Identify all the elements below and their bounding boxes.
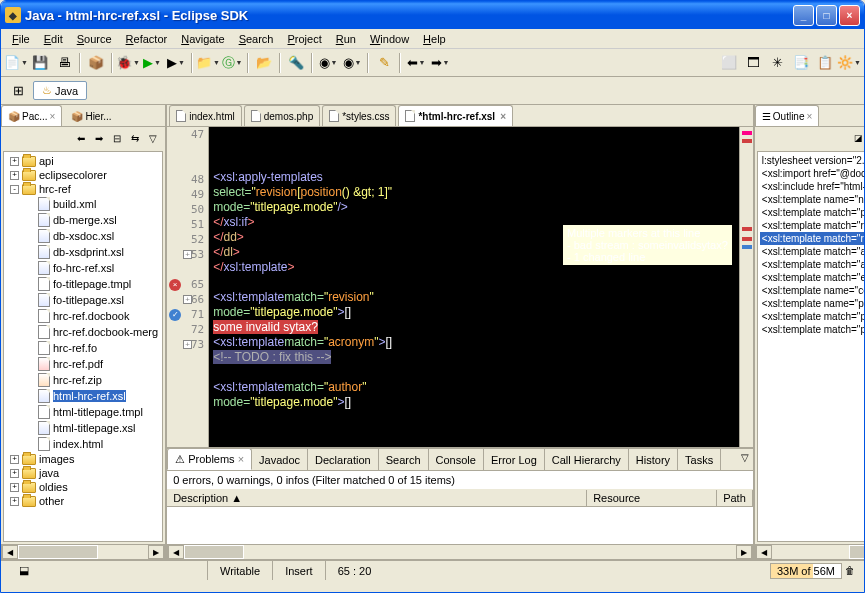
- folder-other[interactable]: +other: [6, 494, 160, 508]
- outline-tab[interactable]: ☰ Outline ×: [755, 105, 820, 126]
- editor-code[interactable]: Multiple markers at this line - bad stre…: [209, 127, 739, 447]
- task-marker-icon[interactable]: ✓: [169, 309, 181, 321]
- expander-icon[interactable]: +: [10, 497, 19, 506]
- code-line[interactable]: select="revision[position() &gt; 1]": [213, 184, 735, 199]
- gutter-line[interactable]: [167, 157, 208, 172]
- editor-area[interactable]: 474849505152+53×65+66✓7172+73 Multiple m…: [167, 127, 753, 447]
- gutter-line[interactable]: +73: [167, 337, 208, 352]
- annotate-prev-button[interactable]: ◉▼: [317, 52, 339, 74]
- column-description[interactable]: Description ▲: [167, 490, 587, 506]
- link-editor-icon[interactable]: ⇆: [127, 130, 143, 146]
- file-html-titlepage.tmpl[interactable]: html-titlepage.tmpl: [6, 404, 160, 420]
- fold-icon[interactable]: +: [183, 250, 192, 259]
- menu-refactor[interactable]: Refactor: [119, 31, 175, 47]
- new-package-button[interactable]: 📁▼: [197, 52, 219, 74]
- close-icon[interactable]: ×: [806, 111, 812, 122]
- gutter-line[interactable]: [167, 142, 208, 157]
- gutter-line[interactable]: 52: [167, 232, 208, 247]
- close-icon[interactable]: ×: [238, 453, 244, 465]
- outline-item[interactable]: l:stylesheet version="2.0": [760, 154, 865, 167]
- file-html-hrc-ref.xsl[interactable]: html-hrc-ref.xsl: [6, 388, 160, 404]
- file-hrc-ref.fo[interactable]: hrc-ref.fo: [6, 340, 160, 356]
- expander-icon[interactable]: +: [10, 171, 19, 180]
- file-db-xsdprint.xsl[interactable]: db-xsdprint.xsl: [6, 244, 160, 260]
- gutter-line[interactable]: 47: [167, 127, 208, 142]
- overview-ruler[interactable]: [739, 127, 753, 447]
- editor-tab-stylescss[interactable]: *styles.css: [322, 105, 396, 126]
- bottom-tab-error-log[interactable]: Error Log: [484, 449, 545, 470]
- code-line[interactable]: mode="titlepage.mode"/>: [213, 199, 735, 214]
- menu-file[interactable]: File: [5, 31, 37, 47]
- gutter-line[interactable]: +66: [167, 292, 208, 307]
- column-resource[interactable]: Resource: [587, 490, 717, 506]
- menu-project[interactable]: Project: [281, 31, 329, 47]
- gutter-line[interactable]: [167, 352, 208, 367]
- outline-item[interactable]: <xsl:template match="revision: [760, 232, 865, 245]
- error-marker-icon[interactable]: ×: [169, 279, 181, 291]
- forward-nav-icon[interactable]: ➡: [91, 130, 107, 146]
- file-hrc-ref.docbook[interactable]: hrc-ref.docbook: [6, 308, 160, 324]
- open-type-button[interactable]: 📂: [253, 52, 275, 74]
- code-line[interactable]: <xsl:template match="acronym">[]: [213, 334, 735, 349]
- gutter-line[interactable]: ✓71: [167, 307, 208, 322]
- minimize-button[interactable]: _: [793, 5, 814, 26]
- expander-icon[interactable]: +: [10, 455, 19, 464]
- gutter-line[interactable]: [167, 262, 208, 277]
- outline-item[interactable]: <xsl:template name="compone: [760, 284, 865, 297]
- folder-hrc-ref[interactable]: -hrc-ref: [6, 182, 160, 196]
- code-line[interactable]: <xsl:template match="author": [213, 379, 735, 394]
- outline-item[interactable]: <xsl:template match="revhistc: [760, 219, 865, 232]
- gutter-line[interactable]: 50: [167, 202, 208, 217]
- close-icon[interactable]: ×: [500, 111, 506, 122]
- last-edit-button[interactable]: ✎: [373, 52, 395, 74]
- code-line[interactable]: [213, 274, 735, 289]
- gutter-line[interactable]: ×65: [167, 277, 208, 292]
- tb-ext3[interactable]: ✳: [766, 52, 788, 74]
- bottom-tab-javadoc[interactable]: Javadoc: [252, 449, 308, 470]
- editor-tab-htmlhrcrefxsl[interactable]: *html-hrc-ref.xsl×: [398, 105, 513, 126]
- tree-hscrollbar[interactable]: ◀▶: [1, 544, 165, 560]
- file-index.html[interactable]: index.html: [6, 436, 160, 452]
- run-button[interactable]: ▶▼: [141, 52, 163, 74]
- expander-icon[interactable]: -: [10, 185, 19, 194]
- file-fo-titlepage.xsl[interactable]: fo-titlepage.xsl: [6, 292, 160, 308]
- collapse-all-icon[interactable]: ⊟: [109, 130, 125, 146]
- menu-navigate[interactable]: Navigate: [174, 31, 231, 47]
- menu-source[interactable]: Source: [70, 31, 119, 47]
- left-tab-hier[interactable]: 📦Hier...: [64, 105, 118, 126]
- bottom-view-menu[interactable]: ▽: [737, 449, 753, 465]
- status-fastview[interactable]: ⬓: [7, 561, 207, 580]
- bottom-tab-history[interactable]: History: [629, 449, 678, 470]
- outline-item[interactable]: <xsl:template match="author": [760, 258, 865, 271]
- column-path[interactable]: Path: [717, 490, 753, 506]
- save-button[interactable]: 💾: [29, 52, 51, 74]
- expander-icon[interactable]: +: [10, 157, 19, 166]
- gutter-line[interactable]: 49: [167, 187, 208, 202]
- outline-item[interactable]: <xsl:template match="pubdate: [760, 206, 865, 219]
- outline-item[interactable]: <xsl:template name="paragra: [760, 297, 865, 310]
- gutter-line[interactable]: +53: [167, 247, 208, 262]
- back-button[interactable]: ⬅▼: [405, 52, 427, 74]
- code-line[interactable]: mode="titlepage.mode">[]: [213, 304, 735, 319]
- outline-item[interactable]: <xsl:include href="html-titlepa: [760, 180, 865, 193]
- outline-item[interactable]: <xsl:template match="progran: [760, 323, 865, 336]
- file-build.xml[interactable]: build.xml: [6, 196, 160, 212]
- folder-images[interactable]: +images: [6, 452, 160, 466]
- gutter-line[interactable]: 48: [167, 172, 208, 187]
- code-line[interactable]: <!-- TODO : fix this -->: [213, 349, 735, 364]
- gutter-line[interactable]: 51: [167, 217, 208, 232]
- folder-java[interactable]: +java: [6, 466, 160, 480]
- back-nav-icon[interactable]: ⬅: [73, 130, 89, 146]
- build-button[interactable]: 📦: [85, 52, 107, 74]
- tb-ext2[interactable]: 🗖: [742, 52, 764, 74]
- bottom-tab-call-hierarchy[interactable]: Call Hierarchy: [545, 449, 629, 470]
- editor-tab-demosphp[interactable]: demos.php: [244, 105, 320, 126]
- outline-item[interactable]: <xsl:import href="@docbook-c: [760, 167, 865, 180]
- file-fo-hrc-ref.xsl[interactable]: fo-hrc-ref.xsl: [6, 260, 160, 276]
- print-button[interactable]: 🖶: [53, 52, 75, 74]
- search-button[interactable]: 🔦: [285, 52, 307, 74]
- bottom-tab-problems[interactable]: ⚠Problems×: [167, 448, 252, 470]
- folder-eclipsecolorer[interactable]: +eclipsecolorer: [6, 168, 160, 182]
- outline-item[interactable]: <xsl:template name="newline: [760, 193, 865, 206]
- run-last-button[interactable]: ▶▼: [165, 52, 187, 74]
